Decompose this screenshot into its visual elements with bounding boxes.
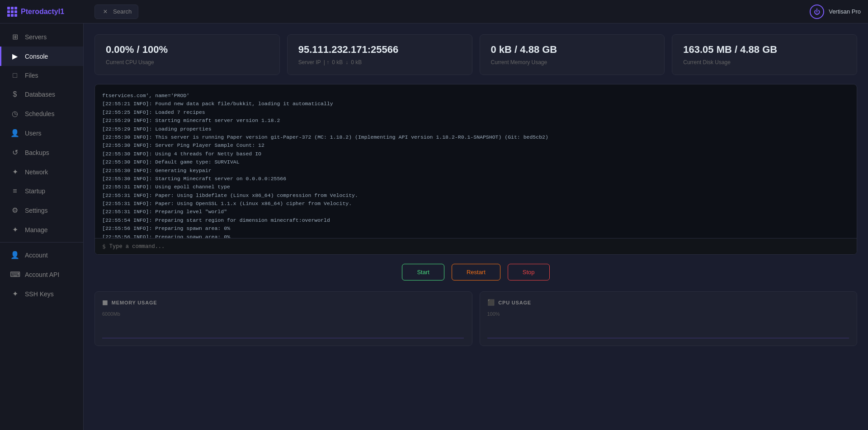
sidebar-item-manage[interactable]: ✦ Manage xyxy=(0,220,83,239)
topbar-right: ⏻ Vertisan Pro xyxy=(810,5,861,19)
sidebar-label-startup: Startup xyxy=(25,187,45,195)
sidebar-label-databases: Databases xyxy=(25,91,55,98)
stats-row: 0.00% / 100% Current CPU Usage 95.111.23… xyxy=(94,34,857,75)
power-icon[interactable]: ⏻ xyxy=(810,5,824,19)
memory-chart-card: ▦ MEMORY USAGE 6000Mb xyxy=(94,291,472,346)
sidebar-item-files[interactable]: □ Files xyxy=(0,66,83,85)
sidebar-label-ssh-keys: SSH Keys xyxy=(25,290,54,298)
logo-icon xyxy=(7,7,17,17)
start-button[interactable]: Start xyxy=(402,264,444,280)
sidebar-item-account-api[interactable]: ⌨ Account API xyxy=(0,265,83,284)
startup-icon: ≡ xyxy=(10,187,19,195)
memory-chart-svg xyxy=(102,311,465,338)
sidebar-item-databases[interactable]: $ Databases xyxy=(0,85,83,104)
sidebar-item-servers[interactable]: ⊞ Servers xyxy=(0,27,83,47)
console-icon: ▶ xyxy=(10,52,19,61)
sidebar-label-users: Users xyxy=(25,130,42,137)
sidebar-item-network[interactable]: ✦ Network xyxy=(0,162,83,182)
sidebar-label-files: Files xyxy=(25,72,38,79)
memory-chart-y-label: 6000Mb xyxy=(102,311,120,317)
sidebar-item-console[interactable]: ▶ Console xyxy=(0,47,83,66)
app-name: Pterodactyl1 xyxy=(21,8,64,16)
cpu-label: Current CPU Usage xyxy=(106,59,269,65)
console-input[interactable] xyxy=(109,243,849,250)
cpu-chart-title: ⬛ CPU USAGE xyxy=(487,299,850,306)
sidebar-item-settings[interactable]: ⚙ Settings xyxy=(0,201,83,220)
cpu-chart-card: ⬛ CPU USAGE 100% xyxy=(480,291,858,346)
console-input-row: $ xyxy=(95,238,857,254)
cpu-value: 0.00% / 100% xyxy=(106,44,269,56)
server-ip-value: 95.111.232.171:25566 xyxy=(298,44,461,56)
sidebar-item-account[interactable]: 👤 Account xyxy=(0,245,83,265)
restart-button[interactable]: Restart xyxy=(452,264,500,280)
upload-icon: | ↑ xyxy=(324,59,329,65)
memory-chart-area: 6000Mb xyxy=(102,311,465,338)
sidebar-label-account: Account xyxy=(25,252,48,259)
network-icon: ✦ xyxy=(10,168,19,176)
account-api-icon: ⌨ xyxy=(10,270,19,279)
sidebar-item-users[interactable]: 👤 Users xyxy=(0,123,83,143)
databases-icon: $ xyxy=(10,90,19,98)
sidebar-label-backups: Backups xyxy=(25,149,49,156)
sidebar-label-servers: Servers xyxy=(25,33,47,41)
backups-icon: ↺ xyxy=(10,148,19,157)
sidebar-label-account-api: Account API xyxy=(25,271,59,278)
console-prompt: $ xyxy=(102,243,106,250)
topbar: Pterodactyl1 × Search ⏻ Vertisan Pro xyxy=(0,0,868,23)
servers-icon: ⊞ xyxy=(10,33,19,41)
cpu-chart-y-label: 100% xyxy=(487,311,500,317)
server-ip-label: Server IP | ↑ 0 kB ↓ 0 kB xyxy=(298,59,461,65)
sidebar-label-network: Network xyxy=(25,168,48,176)
files-icon: □ xyxy=(10,71,19,79)
control-row: Start Restart Stop xyxy=(94,264,857,280)
search-bar[interactable]: × Search xyxy=(94,5,138,19)
memory-chart-title: ▦ MEMORY USAGE xyxy=(102,299,465,306)
account-icon: 👤 xyxy=(10,251,19,259)
memory-label: Current Memory Usage xyxy=(491,59,654,65)
download-icon: ↓ xyxy=(345,59,348,65)
cpu-chart-svg xyxy=(487,311,850,338)
manage-icon: ✦ xyxy=(10,225,19,234)
app-logo[interactable]: Pterodactyl1 xyxy=(7,7,91,17)
sidebar-item-backups[interactable]: ↺ Backups xyxy=(0,143,83,162)
username: Vertisan Pro xyxy=(829,8,861,15)
stat-memory: 0 kB / 4.88 GB Current Memory Usage xyxy=(480,34,665,75)
memory-value: 0 kB / 4.88 GB xyxy=(491,44,654,56)
disk-label: Current Disk Usage xyxy=(683,59,846,65)
main-layout: ⊞ Servers ▶ Console □ Files $ Databases … xyxy=(0,23,868,430)
console-container: ftservices.com', name='PROD' [22:55:21 I… xyxy=(94,84,857,255)
sidebar-divider xyxy=(0,242,83,243)
users-icon: 👤 xyxy=(10,129,19,137)
sidebar-label-console: Console xyxy=(25,53,48,60)
stop-button[interactable]: Stop xyxy=(508,264,550,280)
download-value: 0 kB xyxy=(351,59,362,65)
sidebar-label-settings: Settings xyxy=(25,207,48,214)
disk-value: 163.05 MB / 4.88 GB xyxy=(683,44,846,56)
stat-cpu: 0.00% / 100% Current CPU Usage xyxy=(94,34,280,75)
memory-chart-icon: ▦ xyxy=(102,299,108,306)
content-area: 0.00% / 100% Current CPU Usage 95.111.23… xyxy=(84,23,868,430)
ssh-keys-icon: ✦ xyxy=(10,290,19,298)
sidebar-item-startup[interactable]: ≡ Startup xyxy=(0,182,83,201)
upload-value: 0 kB xyxy=(332,59,343,65)
stat-disk: 163.05 MB / 4.88 GB Current Disk Usage xyxy=(672,34,857,75)
cpu-chart-area: 100% xyxy=(487,311,850,338)
stat-server-ip: 95.111.232.171:25566 Server IP | ↑ 0 kB … xyxy=(287,34,472,75)
sidebar-item-ssh-keys[interactable]: ✦ SSH Keys xyxy=(0,284,83,304)
sidebar-item-schedules[interactable]: ◷ Schedules xyxy=(0,104,83,123)
schedules-icon: ◷ xyxy=(10,109,19,118)
close-icon[interactable]: × xyxy=(101,8,109,16)
charts-row: ▦ MEMORY USAGE 6000Mb ⬛ CPU USAGE 100% xyxy=(94,291,857,346)
console-output: ftservices.com', name='PROD' [22:55:21 I… xyxy=(95,84,857,238)
settings-icon: ⚙ xyxy=(10,206,19,215)
cpu-chart-icon: ⬛ xyxy=(487,299,495,306)
sidebar-label-schedules: Schedules xyxy=(25,110,54,117)
search-label: Search xyxy=(113,8,132,15)
sidebar: ⊞ Servers ▶ Console □ Files $ Databases … xyxy=(0,23,84,430)
sidebar-label-manage: Manage xyxy=(25,226,48,234)
